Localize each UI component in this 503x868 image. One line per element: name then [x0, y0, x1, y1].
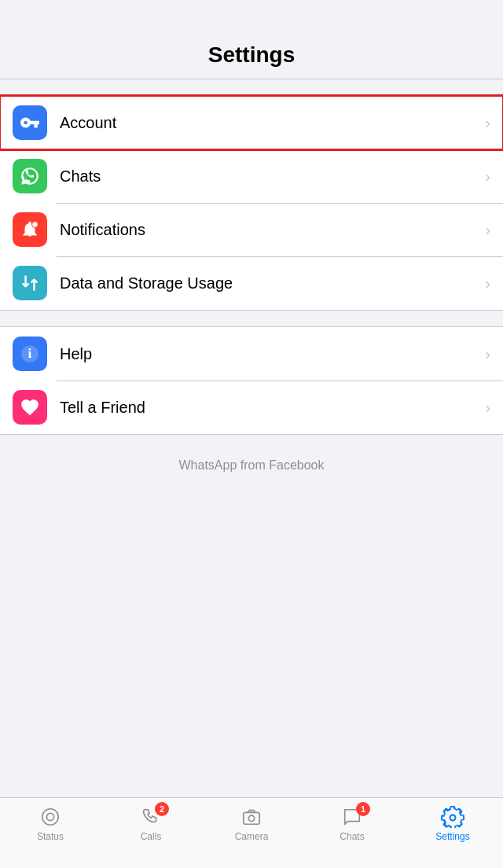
help-label: Help: [60, 345, 479, 363]
svg-point-4: [42, 809, 58, 825]
camera-tab-icon: [240, 806, 263, 828]
notifications-icon-wrap: [13, 212, 47, 247]
camera-tab-label: Camera: [235, 831, 269, 842]
calls-badge: 2: [155, 802, 169, 816]
data-storage-icon-wrap: [13, 266, 47, 300]
settings-tab-icon: [441, 806, 464, 828]
bell-icon: [20, 219, 40, 240]
chats-chevron: ›: [485, 167, 490, 186]
tab-settings[interactable]: Settings: [402, 806, 503, 842]
settings-header: Settings: [0, 0, 503, 79]
info-icon: i: [20, 344, 40, 364]
tell-friend-label: Tell a Friend: [60, 399, 479, 417]
settings-row-account[interactable]: Account ›: [0, 96, 503, 149]
chats-label: Chats: [60, 167, 479, 186]
settings-row-help[interactable]: i Help ›: [0, 327, 503, 381]
camera-icon: [240, 807, 263, 827]
settings-row-data-storage[interactable]: Data and Storage Usage ›: [0, 256, 503, 310]
account-label: Account: [60, 114, 479, 132]
whatsapp-icon: [20, 166, 40, 186]
settings-gear-icon: [441, 806, 464, 828]
tab-camera[interactable]: Camera: [201, 806, 302, 842]
data-storage-label: Data and Storage Usage: [60, 274, 479, 292]
tab-bar: Status 2 Calls Camera 1 Chats: [0, 797, 503, 868]
notifications-chevron: ›: [485, 221, 490, 239]
tell-friend-chevron: ›: [485, 399, 490, 417]
svg-point-1: [32, 222, 38, 227]
help-chevron: ›: [485, 345, 490, 363]
calls-tab-icon: 2: [139, 806, 163, 828]
status-tab-icon: [39, 806, 62, 828]
tab-status[interactable]: Status: [0, 806, 101, 842]
arrows-icon: [20, 273, 40, 293]
chats-tab-label: Chats: [340, 831, 364, 842]
settings-row-tell-friend[interactable]: Tell a Friend ›: [0, 381, 503, 434]
help-icon-wrap: i: [13, 337, 47, 371]
status-icon: [39, 807, 61, 827]
page-title: Settings: [16, 42, 487, 68]
settings-tab-label: Settings: [435, 831, 469, 842]
tab-calls[interactable]: 2 Calls: [101, 806, 201, 842]
svg-point-7: [248, 815, 254, 821]
notifications-label: Notifications: [60, 221, 479, 239]
account-chevron: ›: [485, 114, 490, 132]
account-icon-wrap: [13, 105, 47, 140]
chats-tab-icon: 1: [340, 806, 364, 828]
svg-text:i: i: [28, 346, 32, 361]
settings-row-notifications[interactable]: Notifications ›: [0, 203, 503, 256]
key-icon: [20, 112, 40, 133]
status-tab-label: Status: [37, 831, 64, 842]
tell-friend-icon-wrap: [13, 390, 47, 425]
settings-row-chats[interactable]: Chats ›: [0, 149, 503, 203]
data-storage-chevron: ›: [485, 274, 490, 292]
settings-section-main: Account › Chats ›: [0, 95, 503, 311]
heart-icon: [20, 397, 40, 417]
footer-text: WhatsApp from Facebook: [0, 435, 503, 496]
svg-rect-6: [244, 812, 259, 824]
chats-icon-wrap: [13, 159, 47, 193]
svg-point-5: [46, 813, 53, 820]
settings-section-secondary: i Help › Tell a Friend ›: [0, 326, 503, 435]
calls-tab-label: Calls: [141, 831, 162, 842]
chats-badge: 1: [356, 802, 370, 816]
tab-chats[interactable]: 1 Chats: [302, 806, 402, 842]
